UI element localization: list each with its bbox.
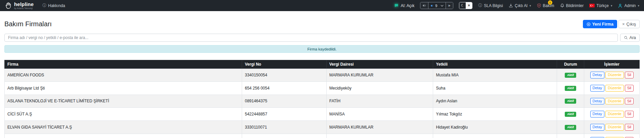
- cell-vergi-dairesi: Mecidiyeköy: [326, 81, 433, 95]
- table-header-row: Firma Vergi No Vergi Dairesi Yetkili Dur…: [5, 60, 640, 69]
- table-row: ASLANA TEKNOLOJİ VE E-TİCARET LİMİTED Şİ…: [5, 95, 640, 108]
- edit-button[interactable]: Düzenle: [605, 72, 624, 78]
- delete-button[interactable]: Sil: [625, 72, 634, 78]
- status-badge: Aktif: [565, 99, 576, 104]
- bell-icon: [560, 3, 564, 8]
- info-icon: ⓘ: [478, 3, 482, 8]
- caret-down-icon: ▾: [638, 4, 639, 7]
- download-icon: [509, 3, 513, 8]
- brand[interactable]: helpline by Aslana Teknoloji: [5, 2, 34, 9]
- hand-logo-icon: [5, 2, 12, 9]
- plus-circle-icon: [587, 22, 591, 26]
- caret-down-icon: ▾: [530, 4, 531, 7]
- cell-yetkili: Hidayet Kadiroğlu: [433, 121, 557, 134]
- status-badge: Aktif: [565, 73, 576, 78]
- edit-button[interactable]: Düzenle: [605, 111, 624, 117]
- page-title: Bakım Firmaları: [4, 20, 52, 28]
- nav-language-label: Türkçe: [596, 3, 609, 8]
- search-input[interactable]: [4, 34, 618, 42]
- table-row: Nitelix A.Ş ANTALYA 5236218854 Aydın Asl…: [5, 134, 640, 138]
- status-badge: Aktif: [565, 112, 576, 117]
- moon-icon[interactable]: ☾: [459, 2, 466, 9]
- nav-language[interactable]: Türkçe ▾: [589, 3, 612, 8]
- nav-notifications-label: Bildirimler: [566, 3, 584, 8]
- user-icon: [618, 3, 623, 8]
- alert-message: Firma kaydedildi.: [308, 47, 337, 51]
- search-button-label: Ara: [630, 35, 636, 40]
- voice-select[interactable]: 9: [428, 2, 446, 9]
- nav-user[interactable]: Admin ▾: [618, 3, 639, 8]
- table-row: Arb Bilgisayar Ltd Şti 654 256 0054 Meci…: [5, 81, 640, 95]
- header-vergi-no: Vergi No: [242, 60, 327, 69]
- cell-vergi-dairesi: MANİSA: [326, 108, 433, 121]
- table-row: AMERİCAN FOODS 3340150054 MARMARA KURUML…: [5, 69, 640, 82]
- voice-select-value: 9: [435, 4, 437, 8]
- play-voice-button[interactable]: ▶: [446, 2, 453, 9]
- chevron-down-icon: [441, 5, 444, 7]
- detail-button[interactable]: Detay: [590, 98, 605, 105]
- voice-control-group: 9 ▶: [420, 2, 453, 9]
- cell-firma: Arb Bilgisayar Ltd Şti: [5, 81, 242, 95]
- brand-tagline: by Aslana Teknoloji: [14, 7, 34, 9]
- detail-button[interactable]: Detay: [590, 85, 605, 92]
- cell-vergi-no: 5422448857: [242, 108, 327, 121]
- detail-button[interactable]: Detay: [590, 72, 605, 78]
- title-row: Bakım Firmaları Yeni Firma × Çıkış: [4, 20, 640, 28]
- nav-notifications[interactable]: Bildirimler: [560, 3, 584, 8]
- brand-name: helpline: [14, 2, 34, 7]
- cell-vergi-dairesi: MARMARA KURUMLAR: [326, 121, 433, 134]
- firms-table: Firma Vergi No Vergi Dairesi Yetkili Dur…: [4, 60, 640, 138]
- cell-firma: AMERİCAN FOODS: [5, 69, 242, 82]
- table-row: ELVAN GIDA SANAYİ TİCARET A.Ş 3330110071…: [5, 121, 640, 134]
- edit-button[interactable]: Düzenle: [605, 85, 624, 92]
- nav-export[interactable]: Çıktı Al ▾: [509, 3, 531, 8]
- delete-button[interactable]: Sil: [625, 111, 634, 117]
- delete-button[interactable]: Sil: [625, 85, 634, 92]
- brand-text: helpline by Aslana Teknoloji: [14, 2, 34, 9]
- cell-yetkili: Suha: [433, 81, 557, 95]
- cell-yetkili: Aydın Aslan: [433, 134, 557, 138]
- exit-button[interactable]: × Çıkış: [618, 20, 640, 28]
- nav-maintenance[interactable]: 1 Bakım: [537, 3, 554, 8]
- cell-vergi-no: 654 256 0054: [242, 81, 327, 95]
- nav-sla-info-label: SLA Bilgisi: [484, 3, 503, 8]
- volume-icon: [430, 4, 434, 7]
- detail-button[interactable]: Detay: [590, 124, 605, 131]
- search-button[interactable]: Ara: [620, 34, 640, 42]
- top-navbar: helpline by Aslana Teknoloji ⓘ Hakkında …: [0, 0, 644, 11]
- title-actions: Yeni Firma × Çıkış: [583, 20, 640, 28]
- info-icon: ⓘ: [42, 3, 46, 8]
- cell-vergi-no: 0891464375: [242, 95, 327, 108]
- maintenance-count-badge: 1: [548, 0, 552, 5]
- cell-vergi-dairesi: MARMARA KURUMLAR: [326, 69, 433, 82]
- speaker-button[interactable]: [420, 2, 428, 9]
- turkish-flag-icon: [589, 4, 595, 7]
- status-badge: Aktif: [565, 125, 576, 130]
- search-icon: [624, 36, 628, 40]
- cell-yetkili: Yılmaz Tokgöz: [433, 108, 557, 121]
- new-firm-button[interactable]: Yeni Firma: [583, 20, 617, 28]
- edit-button[interactable]: Düzenle: [605, 124, 624, 131]
- edit-button[interactable]: Düzenle: [605, 98, 624, 105]
- header-yetkili: Yetkili: [433, 60, 557, 69]
- new-firm-label: Yeni Firma: [592, 22, 613, 27]
- cell-yetkili: Aydın Aslan: [433, 95, 557, 108]
- sun-icon[interactable]: ☀: [466, 2, 472, 9]
- cell-yetkili: Mustafa MIA: [433, 69, 557, 82]
- nav-about[interactable]: ⓘ Hakkında: [42, 3, 65, 8]
- theme-toggle: ☾ ☀: [459, 2, 472, 9]
- status-badge: Aktif: [565, 86, 576, 91]
- search-row: Ara: [4, 34, 640, 42]
- detail-button[interactable]: Detay: [590, 111, 605, 117]
- header-firma: Firma: [5, 60, 242, 69]
- nav-export-label: Çıktı Al: [515, 3, 527, 8]
- cell-vergi-no: 3340150054: [242, 69, 327, 82]
- nav-sla-info[interactable]: ⓘ SLA Bilgisi: [478, 3, 503, 8]
- navbar-right: AI: Açık 9 ▶ ☾ ☀ ⓘ: [394, 2, 639, 9]
- delete-button[interactable]: Sil: [625, 124, 634, 131]
- cell-firma: Nitelix A.Ş: [5, 134, 242, 138]
- cell-vergi-no: ANTALYA: [242, 134, 327, 138]
- header-vergi-dairesi: Vergi Dairesi: [326, 60, 433, 69]
- delete-button[interactable]: Sil: [625, 98, 634, 105]
- cell-firma: ASLANA TEKNOLOJİ VE E-TİCARET LİMİTED Şİ…: [5, 95, 242, 108]
